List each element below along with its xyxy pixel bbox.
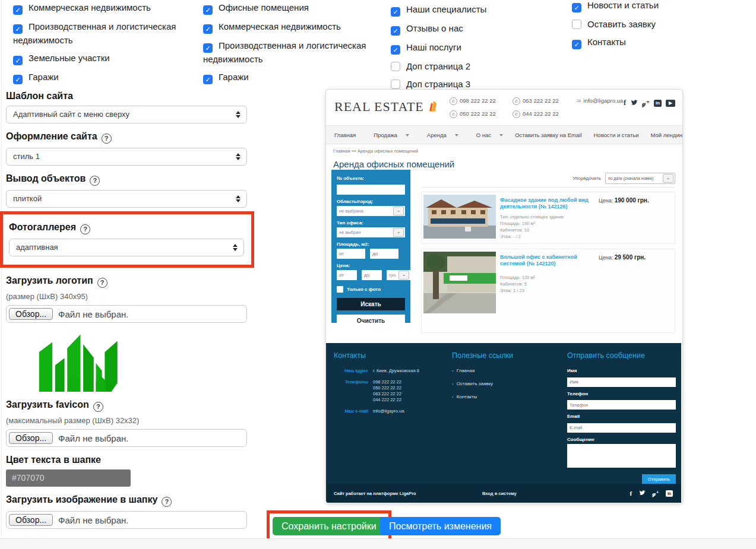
clear-button[interactable]: Очистить	[337, 315, 405, 327]
googleplus-icon[interactable]: ℊ⁺	[642, 99, 650, 107]
search-button[interactable]: Искать	[337, 298, 405, 310]
header-text-color-input[interactable]: #707070	[6, 469, 131, 487]
send-message-button[interactable]: Отправить	[642, 474, 676, 484]
listing-photo[interactable]	[423, 252, 496, 313]
listing-title-link[interactable]: Большой офис с кабинетной системой (№ 14…	[500, 254, 600, 267]
area-from-input[interactable]	[337, 249, 365, 259]
nav-item[interactable]: Мой лендинг	[645, 132, 683, 138]
checkbox-item[interactable]: ✓Земельные участки	[13, 52, 191, 65]
youtube-icon[interactable]: ▶	[666, 100, 675, 107]
logo-file-input[interactable]: Обзор... Файл не выбран.	[6, 305, 247, 323]
area-to-input[interactable]	[370, 249, 398, 259]
header-image-file-input[interactable]: Обзор... Файл не выбран.	[6, 511, 247, 529]
facebook-icon[interactable]: f	[630, 490, 632, 497]
linkedin-icon[interactable]: in	[666, 490, 673, 497]
phone-field[interactable]	[567, 400, 676, 410]
nav-item[interactable]: Продажа	[362, 132, 415, 138]
header-phone[interactable]: ✆050 222 22 22	[450, 110, 513, 118]
site-template-select[interactable]: Адаптивный сайт с меню сверху	[6, 106, 247, 123]
login-link[interactable]: Вход в систему	[482, 491, 589, 496]
nav-item[interactable]: Главная	[328, 132, 362, 138]
help-icon[interactable]: ?	[93, 402, 103, 412]
checkbox-item[interactable]: ✓Производственная и логистическая недвиж…	[13, 20, 191, 46]
footer-link[interactable]: •Главная	[452, 368, 541, 373]
checkbox-item[interactable]: ✓Офисные помещения	[203, 1, 381, 15]
help-icon[interactable]: ?	[102, 134, 112, 144]
help-icon[interactable]: ?	[80, 224, 90, 234]
sort-select[interactable]: по дате (сначала новее)⌄	[605, 173, 675, 184]
price-from-input[interactable]	[337, 270, 357, 280]
nav-item[interactable]: О нас	[464, 132, 509, 138]
listing-photo[interactable]	[423, 195, 496, 239]
email-value[interactable]: info@ligapro.ua	[373, 408, 404, 414]
checkbox-item[interactable]: ✓Коммерческая недвижимость	[203, 20, 381, 34]
photogallery-select[interactable]: адаптивная	[9, 239, 244, 256]
checkbox-checked-icon[interactable]: ✓	[391, 26, 400, 36]
checkbox-checked-icon[interactable]: ✓	[13, 5, 23, 15]
help-icon[interactable]: ?	[90, 176, 100, 186]
checkbox-checked-icon[interactable]: ✓	[391, 7, 400, 17]
header-phone[interactable]: ✆044 222 22 22	[513, 110, 577, 118]
header-phone[interactable]: ✆063 222 22 22	[513, 97, 577, 105]
region-select[interactable]: не выбрана⌄	[337, 206, 405, 216]
preview-site-logo[interactable]: REAL ESTATE	[334, 99, 438, 115]
favicon-file-input[interactable]: Обзор... Файл не выбран.	[6, 429, 247, 447]
checkbox-item[interactable]: ✓Отзывы о нас	[391, 22, 563, 36]
browse-button[interactable]: Обзор...	[9, 432, 53, 444]
objects-view-select[interactable]: плиткой	[6, 190, 247, 208]
checkbox-item[interactable]: ✓Гаражи	[13, 71, 191, 84]
help-icon[interactable]: ?	[162, 497, 172, 507]
save-settings-button[interactable]: Сохранить настройки	[273, 517, 385, 535]
nav-item[interactable]: Оставить заявку на Email	[509, 132, 587, 138]
checkbox-checked-icon[interactable]: ✓	[203, 43, 213, 53]
checkbox-item[interactable]: ✓Наші послуги	[391, 41, 563, 55]
checkbox-unchecked-icon[interactable]	[572, 20, 581, 29]
help-icon[interactable]: ?	[97, 278, 107, 288]
facebook-icon[interactable]: f	[624, 99, 626, 107]
checkbox-item[interactable]: Оставить заявку	[572, 18, 750, 30]
checkbox-checked-icon[interactable]: ✓	[13, 24, 23, 34]
twitter-icon[interactable]	[638, 490, 646, 496]
listing-row[interactable]: Фасадное здание под любой вид деятельнос…	[421, 192, 675, 244]
checkbox-checked-icon[interactable]: ✓	[13, 56, 23, 65]
checkbox-item[interactable]: ✓Контакты	[572, 36, 750, 49]
nav-item[interactable]: Новости и статьи	[588, 132, 645, 138]
checkbox-item[interactable]: Доп страница 3	[391, 78, 563, 90]
listing-row[interactable]: Большой офис с кабинетной системой (№ 14…	[421, 249, 675, 333]
checkbox-item[interactable]: ✓Новости и статьи	[572, 0, 750, 12]
office-type-select[interactable]: не выбран⌄	[337, 227, 405, 237]
googleplus-icon[interactable]: ℊ⁺	[652, 490, 659, 497]
checkbox-checked-icon[interactable]: ✓	[391, 45, 400, 55]
checkbox-item[interactable]: Доп страница 2	[391, 60, 563, 72]
browse-button[interactable]: Обзор...	[9, 514, 53, 526]
checkbox-item[interactable]: ✓Производственная и логистическая недвиж…	[203, 39, 381, 65]
checkbox-unchecked-icon[interactable]	[391, 80, 400, 89]
checkbox-checked-icon[interactable]: ✓	[572, 40, 581, 49]
checkbox-unchecked-icon[interactable]	[337, 286, 343, 293]
office-type-label: Тип офиса:	[337, 220, 405, 226]
message-field[interactable]	[567, 444, 676, 468]
checkbox-item[interactable]: ✓Коммерческая недвижимость	[13, 1, 191, 15]
checkbox-unchecked-icon[interactable]	[391, 62, 400, 71]
checkbox-checked-icon[interactable]: ✓	[203, 24, 213, 34]
currency-select[interactable]: грн.⌄	[387, 270, 410, 280]
linkedin-icon[interactable]: in	[654, 100, 662, 107]
checkbox-checked-icon[interactable]: ✓	[203, 5, 213, 15]
twitter-icon[interactable]	[630, 100, 638, 106]
object-number-input[interactable]	[337, 185, 405, 195]
site-style-select[interactable]: стиль 1	[6, 148, 247, 166]
checkbox-item[interactable]: ✓Наши специалисты	[391, 3, 563, 17]
footer-link[interactable]: •Оставить заявку	[452, 381, 541, 386]
only-photo-checkbox[interactable]: Только с фото	[337, 286, 405, 293]
checkbox-item[interactable]: ✓Гаражи	[203, 71, 381, 84]
name-field[interactable]	[567, 377, 676, 387]
price-to-input[interactable]	[362, 270, 382, 280]
preview-changes-button[interactable]: Посмотреть изменения	[380, 517, 501, 535]
header-phone[interactable]: ✆098 222 22 22	[450, 97, 513, 105]
checkbox-checked-icon[interactable]: ✓	[572, 3, 581, 12]
listing-title-link[interactable]: Фасадное здание под любой вид деятельнос…	[500, 197, 600, 210]
browse-button[interactable]: Обзор...	[9, 308, 53, 320]
nav-item[interactable]: Аренда	[415, 132, 464, 138]
email-field[interactable]	[567, 423, 676, 433]
footer-link[interactable]: •Контакты	[452, 394, 541, 399]
